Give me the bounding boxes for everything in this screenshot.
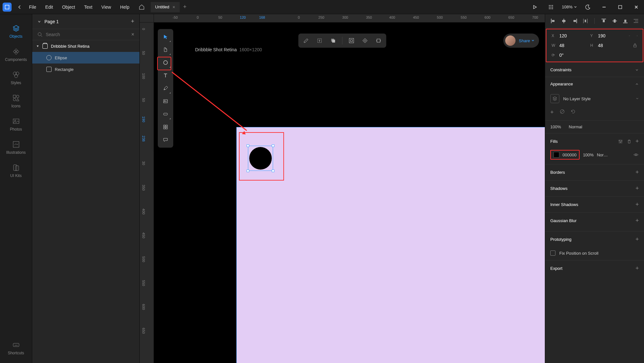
fill-opacity[interactable]: 100% xyxy=(583,152,593,157)
menu-edit[interactable]: Edit xyxy=(41,3,58,11)
menu-help[interactable]: Help xyxy=(116,3,134,11)
inner-shadows-section[interactable]: Inner Shadows+ xyxy=(545,196,644,212)
annotation-arrow xyxy=(172,72,247,131)
expand-icon[interactable] xyxy=(36,44,39,48)
sidebar-item-styles[interactable]: Styles xyxy=(0,66,32,90)
layer-ellipse[interactable]: Ellipse xyxy=(32,52,139,64)
sidebar-item-objects[interactable]: Objects xyxy=(0,20,32,43)
grid-icon[interactable] xyxy=(546,2,556,12)
sidebar-item-components[interactable]: Components xyxy=(0,43,32,66)
back-button[interactable] xyxy=(14,2,24,12)
y-value[interactable]: 190 xyxy=(598,33,605,38)
svg-point-66 xyxy=(619,140,620,141)
delete-fill-icon[interactable] xyxy=(627,139,631,144)
svg-rect-43 xyxy=(552,20,554,22)
x-value[interactable]: 120 xyxy=(559,33,567,38)
svg-point-16 xyxy=(16,95,19,98)
svg-point-1 xyxy=(549,5,550,6)
flip-v-icon[interactable] xyxy=(637,33,638,38)
blend-mode[interactable]: Normal xyxy=(569,124,582,129)
lock-aspect-icon[interactable] xyxy=(632,43,638,48)
flip-h-icon[interactable] xyxy=(629,33,630,38)
sidebar-item-shortcuts[interactable]: Shortcuts xyxy=(0,337,32,360)
appearance-header[interactable]: Appearance xyxy=(545,77,644,91)
refresh-style-icon[interactable] xyxy=(571,109,576,114)
distribute-v-icon[interactable] xyxy=(633,18,639,24)
fill-entry: 000000 100% Nor… xyxy=(545,147,644,164)
fill-hex[interactable]: 000000 xyxy=(563,152,576,157)
distribute-h-icon[interactable] xyxy=(582,18,588,24)
minimize-icon[interactable] xyxy=(599,2,609,12)
app-logo[interactable] xyxy=(3,3,12,12)
canvas-viewport[interactable]: Dribbble Shot Retina 1600×1200 xyxy=(154,23,545,363)
detach-style-icon[interactable] xyxy=(560,109,565,114)
align-hcenter-icon[interactable] xyxy=(561,18,567,24)
align-right-icon[interactable] xyxy=(572,18,578,24)
svg-rect-17 xyxy=(13,98,16,101)
geometry-section: X120 Y190 W48 H48 ⟳0° xyxy=(546,29,643,62)
height-value[interactable]: 48 xyxy=(598,43,603,48)
svg-rect-15 xyxy=(13,95,16,98)
constraints-header[interactable]: Constraints xyxy=(545,63,644,77)
fill-swatch[interactable] xyxy=(554,152,559,158)
artboard-label[interactable]: Dribbble Shot Retina 1600×1200 xyxy=(195,47,262,52)
new-tab-button[interactable]: + xyxy=(180,2,190,12)
opacity-value[interactable]: 100% xyxy=(550,124,561,129)
export-section[interactable]: Export+ xyxy=(545,260,644,276)
add-fill-button[interactable]: + xyxy=(635,138,639,145)
svg-point-8 xyxy=(550,8,551,9)
clear-search-icon[interactable]: × xyxy=(131,32,134,37)
layer-style-row[interactable]: No Layer Style xyxy=(545,91,644,106)
blur-section[interactable]: Gaussian Blur+ xyxy=(545,212,644,229)
close-window-icon[interactable] xyxy=(631,2,641,12)
visibility-icon[interactable] xyxy=(633,152,639,157)
svg-point-9 xyxy=(552,8,553,9)
svg-point-14 xyxy=(14,74,18,78)
prototyping-section[interactable]: Prototyping+ xyxy=(545,231,644,247)
shadows-section[interactable]: Shadows+ xyxy=(545,180,644,196)
maximize-icon[interactable] xyxy=(615,2,625,12)
chevron-down-icon xyxy=(635,68,639,72)
chevron-down-icon[interactable] xyxy=(37,20,41,24)
svg-point-4 xyxy=(549,6,550,7)
fill-blend[interactable]: Nor… xyxy=(597,152,608,157)
zoom-control[interactable]: 108% xyxy=(562,5,577,9)
sidebar-item-uikits[interactable]: UI Kits xyxy=(0,159,32,182)
theme-toggle-icon[interactable] xyxy=(583,2,593,12)
canvas[interactable]: -500501201680250300350400450500550600650… xyxy=(140,14,545,363)
layer-style-icon xyxy=(550,94,559,103)
add-style-icon[interactable]: + xyxy=(550,109,554,116)
menu-object[interactable]: Object xyxy=(58,3,80,11)
width-value[interactable]: 48 xyxy=(559,43,564,48)
menu-text[interactable]: Text xyxy=(80,3,97,11)
properties-panel: X120 Y190 W48 H48 ⟳0° Constraints Appear… xyxy=(545,14,644,363)
fills-label: Fills xyxy=(550,139,618,144)
fix-scroll-row[interactable]: Fix Position on Scroll xyxy=(545,247,644,260)
rotation-value[interactable]: 0° xyxy=(559,53,564,58)
document-tab[interactable]: Untitled × xyxy=(151,2,180,12)
sidebar-item-icons[interactable]: Icons xyxy=(0,90,32,113)
svg-point-2 xyxy=(550,5,551,6)
sidebar-item-photos[interactable]: Photos xyxy=(0,113,32,136)
menu-file[interactable]: File xyxy=(24,3,41,11)
layer-rectangle[interactable]: Rectangle xyxy=(32,64,139,75)
close-tab-icon[interactable]: × xyxy=(173,5,175,10)
fix-scroll-checkbox[interactable] xyxy=(550,250,555,256)
play-icon[interactable] xyxy=(530,2,540,12)
add-page-button[interactable]: + xyxy=(131,18,134,25)
menu-view[interactable]: View xyxy=(97,3,116,11)
fill-settings-icon[interactable] xyxy=(618,139,623,144)
page-name[interactable]: Page 1 xyxy=(44,19,128,24)
align-vcenter-icon[interactable] xyxy=(612,18,618,24)
svg-rect-47 xyxy=(573,20,576,22)
sidebar-item-illustrations[interactable]: Illustrations xyxy=(0,136,32,159)
align-left-icon[interactable] xyxy=(550,18,556,24)
ruler-horizontal: -500501201680250300350400450500550600650… xyxy=(154,14,545,23)
layer-artboard[interactable]: Dribbble Shot Retina xyxy=(32,40,139,52)
layer-search-input[interactable] xyxy=(46,32,128,37)
chevron-down-icon[interactable] xyxy=(636,97,639,100)
home-icon[interactable] xyxy=(137,2,147,12)
align-bottom-icon[interactable] xyxy=(622,18,628,24)
align-top-icon[interactable] xyxy=(601,18,607,24)
borders-section[interactable]: Borders+ xyxy=(545,164,644,180)
